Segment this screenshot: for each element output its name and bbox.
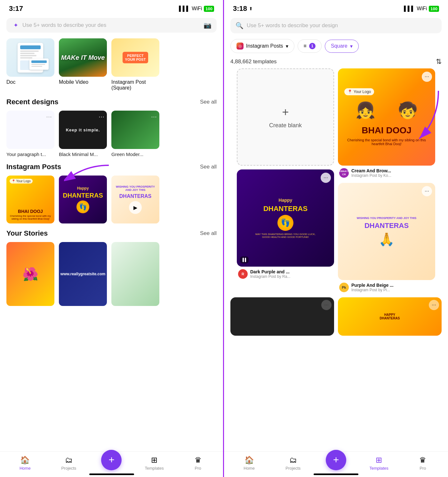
recent-design-green-modern[interactable]: ⋯ Green Moder... (111, 111, 159, 157)
right-nav-home[interactable]: 🏠 Home (238, 456, 260, 471)
pro-icon-left: ♛ (195, 456, 202, 465)
recent-designs-row: ⋯ Your paragraph t... ⋯ Keep it simple. (0, 109, 223, 159)
dhanteras-dark-info-text: Dark Purple and ... Instagram Post by Ra… (250, 269, 290, 279)
instagram-posts-see-all[interactable]: See all (200, 164, 217, 170)
dhanteras-symbol: 👣 (76, 200, 89, 213)
dhanteras-dark-name: Dark Purple and ... (250, 269, 290, 274)
nav-pro-left[interactable]: ♛ Pro (187, 456, 209, 471)
green-modern-more-dots[interactable]: ⋯ (151, 113, 157, 120)
right-nav-pro[interactable]: ♛ Pro (412, 456, 434, 471)
instagram-filter-pill[interactable]: ◎ Instagram Posts ▾ (230, 39, 294, 53)
dhanteras-dark-card[interactable]: Happy DHANTERAS 👣 (59, 176, 107, 223)
your-stories-see-all[interactable]: See all (200, 230, 217, 237)
location-icon: 📍 (348, 90, 352, 94)
design-type-mobile-video[interactable]: MAKe IT Move Mobile Video (59, 38, 107, 91)
nav-projects[interactable]: 🗂 Projects (58, 456, 80, 471)
design-type-doc[interactable]: Doc (6, 38, 54, 91)
settings-filter-pill[interactable]: ≡ 1 (298, 39, 322, 53)
recent-design-para[interactable]: ⋯ Your paragraph t... (6, 111, 54, 157)
black-minimal-more-dots[interactable]: ⋯ (99, 113, 104, 120)
doc-thumbnail (6, 38, 54, 77)
your-stories-title: Your Stories (6, 229, 48, 238)
partial-template-dark[interactable]: ⋯ (230, 297, 334, 336)
purple-beige-template-thumb: WISHING YOU PROSPERITY AND JOY THIS DHAN… (338, 183, 435, 280)
partial-yellow-more[interactable]: ⋯ (429, 300, 439, 310)
right-status-icons: ▌▌▌ WiFi 100 (404, 6, 439, 12)
purple-beige-more-button[interactable]: ⋯ (422, 186, 432, 196)
left-bottom-nav: 🏠 Home 🗂 Projects + ⊞ Templates ♛ Pro (0, 451, 223, 477)
right-nav-templates[interactable]: ⊞ Templates (368, 456, 390, 471)
wishing-prosperity-text: WISHING YOU PROSPERITY AND JOY THIS (357, 216, 417, 220)
left-home-indicator (89, 473, 134, 475)
right-search-bar[interactable]: 🔍 Use 5+ words to describe your design (230, 18, 442, 33)
bhai-dooj-card[interactable]: 📍 Your Logo BHAI DOOJ Cherishing the spe… (6, 176, 54, 223)
dhanteras-footprint: 👣 (277, 215, 293, 231)
right-nav-add-button[interactable]: + (326, 450, 346, 470)
bhai-dooj-template-sub: Instagram Post by Ko... (351, 173, 391, 178)
nav-home[interactable]: 🏠 Home (14, 456, 36, 471)
dhanteras-dark-template-card[interactable]: Happy DHANTERAS 👣 MAY THIS DHANTERAS BRI… (237, 169, 334, 280)
instagram-filter-icon: ◎ (236, 43, 244, 50)
camera-icon[interactable]: 📷 (204, 21, 212, 29)
story-card-1[interactable]: 🌺 (6, 242, 54, 306)
search-bar-left: ✦ Use 5+ words to describe your des (12, 21, 200, 29)
partial-template-yellow[interactable]: HAPPYDHANTERAS ⋯ (338, 297, 442, 336)
right-signal-icon: ▌▌▌ (404, 6, 415, 12)
sort-icon[interactable]: ⇅ (436, 58, 442, 66)
happy-dhanteras-partial: HAPPYDHANTERAS (380, 313, 400, 320)
green-modern-label: Green Moder... (111, 152, 159, 157)
right-projects-icon: 🗂 (289, 456, 297, 465)
story-card-3[interactable] (111, 242, 159, 306)
shape-filter-label: Square (331, 43, 348, 49)
nav-add-button[interactable]: + (101, 450, 122, 470)
left-search-bar[interactable]: ✦ Use 5+ words to describe your des 📷 (6, 18, 217, 33)
bhai-dooj-illustration-area: 👧 🧒 (344, 98, 429, 123)
right-bottom-nav: 🏠 Home 🗂 Projects + ⊞ Templates ♛ Pro (224, 451, 448, 477)
gps-icon: ⬆ (249, 6, 253, 11)
bhai-dooj-more-button[interactable]: ⋯ (422, 72, 432, 82)
partial-dark-more[interactable]: ⋯ (321, 300, 332, 310)
bhai-dooj-template-thumb: 📍 Your Logo 👧 🧒 BHAI DOOJ Cherishing the… (338, 68, 435, 166)
purple-beige-content: WISHING YOU PROSPERITY AND JOY THIS DHAN… (338, 183, 435, 280)
dhanteras-dark-info-row: R Dark Purple and ... Instagram Post by … (237, 267, 334, 280)
wifi-icon: WiFi (192, 6, 202, 12)
ai-search-icon: ✦ (12, 21, 20, 29)
pause-badge (240, 256, 249, 263)
right-nav-projects[interactable]: 🗂 Projects (282, 456, 304, 471)
purple-beige-template-card[interactable]: WISHING YOU PROSPERITY AND JOY THIS DHAN… (338, 183, 435, 293)
bhai-dooj-title: BHAI DOOJ (18, 209, 43, 214)
para-more-dots[interactable]: ⋯ (46, 113, 52, 120)
nav-templates-left[interactable]: ⊞ Templates (143, 456, 165, 471)
left-time: 3:17 (9, 4, 23, 13)
dhanteras-video-card[interactable]: WISHING YOU PROSPERITY AND JOY THIS DHAN… (111, 176, 159, 223)
doc-inner-mini (29, 59, 49, 70)
right-home-icon: 🏠 (244, 456, 254, 465)
bhai-dooj-template-subtitle: Cherishing the special bond with my sibl… (344, 138, 429, 146)
create-blank-card[interactable]: + Create blank (237, 68, 334, 166)
bhai-dooj-emoji-1: 👧 (356, 101, 375, 120)
dhanteras-big-title: DHANTERAS (263, 205, 308, 213)
recent-designs-see-all[interactable]: See all (200, 99, 217, 105)
left-search-placeholder: Use 5+ words to describe your des (22, 22, 106, 28)
design-type-instagram-square[interactable]: PERFECTYOUR POST Instagram Post(Square) (111, 38, 159, 91)
dhanteras-more-button[interactable]: ⋯ (321, 173, 331, 183)
left-phone: 3:17 ▌▌▌ WiFi 100 ✦ Use 5+ words to desc… (0, 0, 224, 477)
template-grid-container: + Create blank Happy DHANTERAS 👣 (224, 68, 448, 336)
shape-filter-pill[interactable]: Square ▾ (325, 40, 359, 53)
play-button[interactable]: ▶ (129, 201, 142, 214)
instagram-posts-section: Instagram Posts See all (0, 159, 223, 174)
bhai-dooj-subtitle: Cherishing the special bond with my sibl… (10, 215, 51, 220)
home-label: Home (20, 466, 31, 471)
bhai-dooj-template-title: BHAI DOOJ (362, 125, 412, 136)
recent-designs-title: Recent designs (6, 98, 59, 106)
right-wifi-icon: WiFi (417, 6, 427, 12)
story-card-2[interactable]: www.reallygreatsite.com (59, 242, 107, 306)
bhai-dooj-template-card[interactable]: 📍 Your Logo 👧 🧒 BHAI DOOJ Cherishing the… (338, 68, 435, 179)
pro-label-left: Pro (195, 466, 201, 471)
mobile-video-thumbnail: MAKe IT Move (59, 38, 107, 77)
dhanteras-dark-avatar: R (238, 269, 248, 279)
dhanteras-beige-title: DHANTERAS (364, 222, 409, 230)
right-home-label: Home (244, 466, 255, 471)
projects-icon: 🗂 (65, 456, 73, 465)
recent-design-black-minimal[interactable]: ⋯ Keep it simple. Black Minimal M... (59, 111, 107, 157)
